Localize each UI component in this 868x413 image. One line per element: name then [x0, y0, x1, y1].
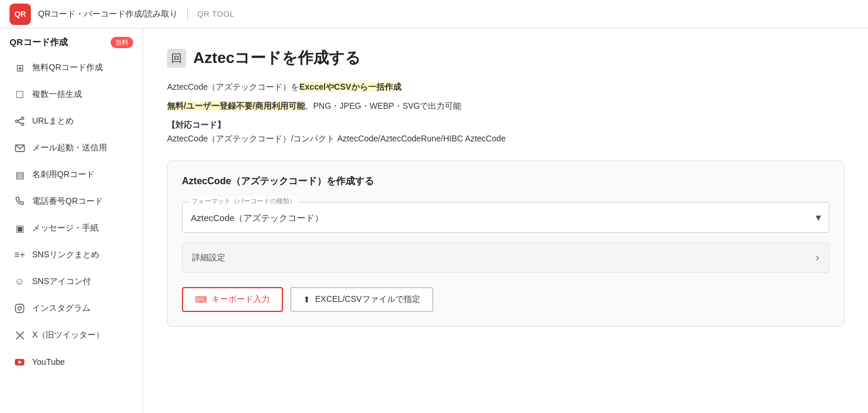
select-wrapper: AztecCode（アズテックコード） コンパクト AztecCode Azte… [182, 202, 829, 233]
format-field-label: フォーマット（バーコードの種類） [189, 197, 298, 206]
svg-point-7 [18, 307, 21, 310]
grid-icon: ⊞ [13, 61, 26, 74]
format-field-wrapper: フォーマット（バーコードの種類） AztecCode（アズテックコード） コンパ… [182, 202, 829, 233]
smiley-icon: ☺ [13, 275, 26, 288]
sidebar-item-label: メール起動・送信用 [32, 143, 107, 153]
sidebar-item-label: 複数一括生成 [32, 89, 82, 100]
sidebar-item-sns-icon[interactable]: ☺ SNSアイコン付 [4, 269, 139, 295]
header-title: QRコード・バーコード作成/読み取り [38, 9, 178, 20]
sidebar-item-label: URLまとめ [32, 116, 74, 127]
detail-settings-label: 詳細設定 [192, 253, 225, 263]
card-icon: ▤ [13, 168, 26, 181]
sidebar-item-label: メッセージ・手紙 [32, 223, 99, 234]
sidebar-item-youtube[interactable]: YouTube [4, 349, 139, 375]
instagram-icon [13, 302, 26, 315]
page-title-row: 回 Aztecコードを作成する [167, 48, 844, 68]
youtube-icon [13, 355, 26, 368]
sidebar-item-phone[interactable]: 電話番号QRコード [4, 188, 139, 215]
upload-icon: ⬆ [303, 295, 310, 304]
keyboard-icon: ⌨ [195, 295, 207, 304]
svg-point-1 [15, 120, 18, 122]
message-icon: ▣ [13, 222, 26, 235]
sidebar-item-label: 無料QRコード作成 [32, 62, 103, 73]
sidebar-item-bulk[interactable]: ☐ 複数一括生成 [4, 81, 139, 108]
sidebar-item-message[interactable]: ▣ メッセージ・手紙 [4, 215, 139, 241]
svg-point-0 [21, 117, 24, 119]
sidebar-item-free-qr[interactable]: ⊞ 無料QRコード作成 [4, 55, 139, 81]
sns-links-icon: ≡+ [13, 248, 26, 261]
svg-line-4 [18, 122, 21, 124]
svg-rect-6 [15, 304, 24, 313]
sidebar: QRコード作成 無料 ⊞ 無料QRコード作成 ☐ 複数一括生成 URLまとめ [0, 29, 143, 413]
description-line1: AztecCode（アズテックコード）をExccelやCSVから一括作成 [167, 80, 844, 94]
sidebar-item-sns-links[interactable]: ≡+ SNSリンクまとめ [4, 242, 139, 268]
highlight-text2: 無料/ユーザー登録不要/商用利用可能 [167, 101, 305, 111]
x-icon [13, 329, 26, 342]
format-select[interactable]: AztecCode（アズテックコード） コンパクト AztecCode Azte… [182, 202, 829, 233]
sidebar-item-label: SNSリンクまとめ [32, 250, 99, 260]
sidebar-item-label: YouTube [32, 357, 65, 367]
chevron-right-icon: › [816, 251, 819, 264]
form-card-title: AztecCode（アズテックコード）を作成する [182, 175, 829, 188]
app-header: QR QRコード・バーコード作成/読み取り QR TOOL [0, 0, 868, 29]
highlight-text: ExccelやCSVから一括作成 [299, 82, 401, 92]
sidebar-item-twitter[interactable]: X（旧ツイッター） [4, 322, 139, 348]
header-divider [187, 8, 188, 20]
phone-icon [13, 195, 26, 208]
button-row: ⌨ キーボード入力 ⬆ EXCEL/CSVファイルで指定 [182, 287, 829, 312]
sidebar-section-title: QRコード作成 [10, 37, 68, 48]
page-title-icon: 回 [167, 49, 186, 68]
copy-icon: ☐ [13, 88, 26, 101]
svg-point-8 [21, 306, 23, 307]
sidebar-item-email[interactable]: メール起動・送信用 [4, 135, 139, 161]
sidebar-item-label: X（旧ツイッター） [32, 330, 104, 341]
main-content: 回 Aztecコードを作成する AztecCode（アズテックコード）をExcc… [143, 29, 868, 413]
sidebar-item-business-card[interactable]: ▤ 名刺用QRコード [4, 162, 139, 188]
excel-csv-button[interactable]: ⬆ EXCEL/CSVファイルで指定 [290, 287, 433, 312]
detail-settings-panel[interactable]: 詳細設定 › [182, 242, 829, 273]
sidebar-item-url[interactable]: URLまとめ [4, 108, 139, 134]
svg-point-2 [21, 123, 24, 125]
page-title: Aztecコードを作成する [193, 48, 361, 68]
sidebar-item-label: SNSアイコン付 [32, 276, 91, 287]
description-line2: 無料/ユーザー登録不要/商用利用可能。PNG・JPEG・WEBP・SVGで出力可… [167, 99, 844, 114]
email-icon [13, 141, 26, 155]
keyboard-input-button[interactable]: ⌨ キーボード入力 [182, 287, 283, 312]
sidebar-item-label: 電話番号QRコード [32, 196, 103, 207]
form-card: AztecCode（アズテックコード）を作成する フォーマット（バーコードの種類… [167, 160, 844, 327]
header-subtitle: QR TOOL [197, 10, 235, 18]
sidebar-section-header: QRコード作成 無料 [0, 29, 143, 54]
sidebar-item-label: インスタグラム [32, 303, 90, 314]
svg-line-3 [18, 119, 21, 121]
app-logo: QR [10, 4, 31, 25]
sidebar-item-label: 名刺用QRコード [32, 169, 95, 180]
supported-codes: 【対応コード】 AztecCode（アズテックコード）/コンパクト AztecC… [167, 118, 844, 147]
free-badge: 無料 [111, 37, 133, 48]
share-icon [13, 115, 26, 128]
sidebar-item-instagram[interactable]: インスタグラム [4, 295, 139, 321]
